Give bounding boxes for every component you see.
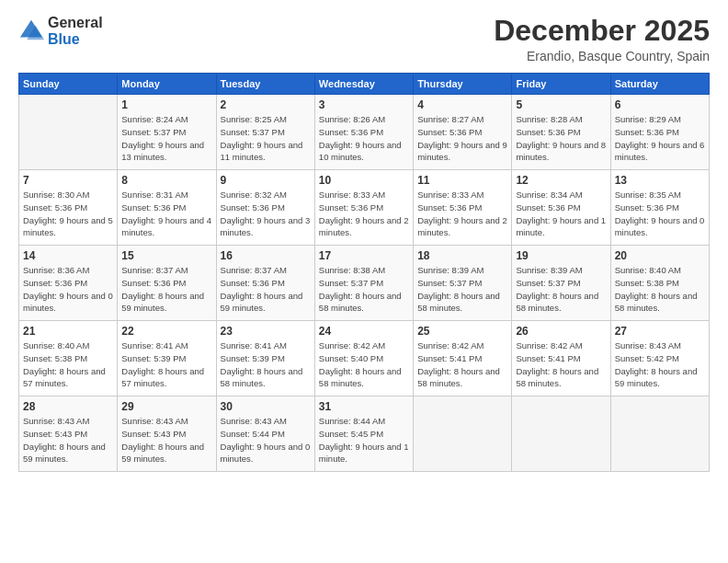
logo: General Blue xyxy=(18,15,103,47)
day-number: 10 xyxy=(319,174,409,187)
day-number: 7 xyxy=(23,174,113,187)
calendar-cell: 6Sunrise: 8:29 AMSunset: 5:36 PMDaylight… xyxy=(610,95,709,170)
calendar-cell: 27Sunrise: 8:43 AMSunset: 5:42 PMDayligh… xyxy=(610,321,709,396)
day-number: 29 xyxy=(121,400,211,413)
calendar-cell xyxy=(610,396,709,472)
day-info: Sunrise: 8:39 AMSunset: 5:37 PMDaylight:… xyxy=(417,264,507,315)
calendar-cell: 14Sunrise: 8:36 AMSunset: 5:36 PMDayligh… xyxy=(19,246,118,321)
day-info: Sunrise: 8:36 AMSunset: 5:36 PMDaylight:… xyxy=(23,264,113,315)
day-info: Sunrise: 8:43 AMSunset: 5:44 PMDaylight:… xyxy=(221,415,311,465)
day-number: 16 xyxy=(221,249,311,262)
logo-text: General Blue xyxy=(48,15,103,47)
day-number: 23 xyxy=(221,325,311,338)
day-info: Sunrise: 8:27 AMSunset: 5:36 PMDaylight:… xyxy=(417,113,507,164)
day-number: 12 xyxy=(516,174,606,187)
calendar-cell xyxy=(414,396,512,472)
weekday-header: Saturday xyxy=(610,74,709,95)
calendar-cell xyxy=(512,396,610,472)
day-info: Sunrise: 8:32 AMSunset: 5:36 PMDaylight:… xyxy=(221,189,311,239)
day-info: Sunrise: 8:37 AMSunset: 5:36 PMDaylight:… xyxy=(121,264,211,315)
day-number: 17 xyxy=(319,249,409,262)
logo-icon xyxy=(18,18,44,44)
day-number: 28 xyxy=(23,400,113,413)
calendar-cell: 21Sunrise: 8:40 AMSunset: 5:38 PMDayligh… xyxy=(19,321,118,396)
day-info: Sunrise: 8:40 AMSunset: 5:38 PMDaylight:… xyxy=(23,339,113,390)
day-number: 6 xyxy=(615,98,705,111)
calendar-header: SundayMondayTuesdayWednesdayThursdayFrid… xyxy=(19,74,710,95)
day-info: Sunrise: 8:41 AMSunset: 5:39 PMDaylight:… xyxy=(121,339,211,390)
day-info: Sunrise: 8:24 AMSunset: 5:37 PMDaylight:… xyxy=(121,113,211,164)
day-info: Sunrise: 8:43 AMSunset: 5:43 PMDaylight:… xyxy=(23,415,113,465)
month-title: December 2025 xyxy=(494,15,710,47)
calendar-cell: 31Sunrise: 8:44 AMSunset: 5:45 PMDayligh… xyxy=(314,396,413,472)
day-number: 30 xyxy=(221,400,311,413)
calendar-cell: 11Sunrise: 8:33 AMSunset: 5:36 PMDayligh… xyxy=(414,170,512,246)
day-info: Sunrise: 8:26 AMSunset: 5:36 PMDaylight:… xyxy=(319,113,409,164)
day-info: Sunrise: 8:35 AMSunset: 5:36 PMDaylight:… xyxy=(615,189,705,239)
day-info: Sunrise: 8:28 AMSunset: 5:36 PMDaylight:… xyxy=(516,113,606,164)
calendar-cell: 29Sunrise: 8:43 AMSunset: 5:43 PMDayligh… xyxy=(118,396,216,472)
day-info: Sunrise: 8:25 AMSunset: 5:37 PMDaylight:… xyxy=(221,113,311,164)
day-info: Sunrise: 8:40 AMSunset: 5:38 PMDaylight:… xyxy=(615,264,705,315)
day-number: 19 xyxy=(516,249,606,262)
title-block: December 2025 Erandio, Basque Country, S… xyxy=(494,15,710,63)
day-number: 31 xyxy=(319,400,409,413)
day-number: 4 xyxy=(417,98,507,111)
day-number: 27 xyxy=(615,325,705,338)
day-info: Sunrise: 8:38 AMSunset: 5:37 PMDaylight:… xyxy=(319,264,409,315)
day-info: Sunrise: 8:41 AMSunset: 5:39 PMDaylight:… xyxy=(221,339,311,390)
calendar-cell: 10Sunrise: 8:33 AMSunset: 5:36 PMDayligh… xyxy=(314,170,413,246)
day-info: Sunrise: 8:43 AMSunset: 5:42 PMDaylight:… xyxy=(615,339,705,390)
day-number: 9 xyxy=(221,174,311,187)
day-number: 25 xyxy=(417,325,507,338)
logo-general: General xyxy=(48,15,103,31)
day-number: 15 xyxy=(121,249,211,262)
weekday-header: Monday xyxy=(118,74,216,95)
calendar-cell: 28Sunrise: 8:43 AMSunset: 5:43 PMDayligh… xyxy=(19,396,118,472)
day-info: Sunrise: 8:33 AMSunset: 5:36 PMDaylight:… xyxy=(319,189,409,239)
day-number: 22 xyxy=(121,325,211,338)
day-number: 3 xyxy=(319,98,409,111)
day-number: 11 xyxy=(417,174,507,187)
day-number: 21 xyxy=(23,325,113,338)
day-number: 2 xyxy=(221,98,311,111)
calendar-cell: 18Sunrise: 8:39 AMSunset: 5:37 PMDayligh… xyxy=(414,246,512,321)
calendar-cell: 8Sunrise: 8:31 AMSunset: 5:36 PMDaylight… xyxy=(118,170,216,246)
weekday-header: Friday xyxy=(512,74,610,95)
calendar-cell: 15Sunrise: 8:37 AMSunset: 5:36 PMDayligh… xyxy=(118,246,216,321)
calendar-cell: 20Sunrise: 8:40 AMSunset: 5:38 PMDayligh… xyxy=(610,246,709,321)
calendar-cell: 12Sunrise: 8:34 AMSunset: 5:36 PMDayligh… xyxy=(512,170,610,246)
day-number: 26 xyxy=(516,325,606,338)
calendar-cell: 3Sunrise: 8:26 AMSunset: 5:36 PMDaylight… xyxy=(314,95,413,170)
calendar-cell: 2Sunrise: 8:25 AMSunset: 5:37 PMDaylight… xyxy=(216,95,314,170)
page-header: General Blue December 2025 Erandio, Basq… xyxy=(18,15,710,63)
day-number: 5 xyxy=(516,98,606,111)
calendar-cell: 25Sunrise: 8:42 AMSunset: 5:41 PMDayligh… xyxy=(414,321,512,396)
weekday-header: Wednesday xyxy=(314,74,413,95)
day-info: Sunrise: 8:37 AMSunset: 5:36 PMDaylight:… xyxy=(221,264,311,315)
day-info: Sunrise: 8:42 AMSunset: 5:41 PMDaylight:… xyxy=(417,339,507,390)
calendar-cell: 1Sunrise: 8:24 AMSunset: 5:37 PMDaylight… xyxy=(118,95,216,170)
day-info: Sunrise: 8:34 AMSunset: 5:36 PMDaylight:… xyxy=(516,189,606,239)
day-info: Sunrise: 8:31 AMSunset: 5:36 PMDaylight:… xyxy=(121,189,211,239)
location: Erandio, Basque Country, Spain xyxy=(494,49,710,63)
calendar-cell: 22Sunrise: 8:41 AMSunset: 5:39 PMDayligh… xyxy=(118,321,216,396)
day-info: Sunrise: 8:43 AMSunset: 5:43 PMDaylight:… xyxy=(121,415,211,465)
calendar-cell: 7Sunrise: 8:30 AMSunset: 5:36 PMDaylight… xyxy=(19,170,118,246)
calendar-cell: 26Sunrise: 8:42 AMSunset: 5:41 PMDayligh… xyxy=(512,321,610,396)
day-number: 18 xyxy=(417,249,507,262)
calendar-cell xyxy=(19,95,118,170)
day-number: 13 xyxy=(615,174,705,187)
day-number: 14 xyxy=(23,249,113,262)
calendar-cell: 9Sunrise: 8:32 AMSunset: 5:36 PMDaylight… xyxy=(216,170,314,246)
day-info: Sunrise: 8:42 AMSunset: 5:41 PMDaylight:… xyxy=(516,339,606,390)
day-info: Sunrise: 8:30 AMSunset: 5:36 PMDaylight:… xyxy=(23,189,113,239)
calendar-cell: 30Sunrise: 8:43 AMSunset: 5:44 PMDayligh… xyxy=(216,396,314,472)
day-info: Sunrise: 8:44 AMSunset: 5:45 PMDaylight:… xyxy=(319,415,409,465)
weekday-header: Tuesday xyxy=(216,74,314,95)
calendar-cell: 23Sunrise: 8:41 AMSunset: 5:39 PMDayligh… xyxy=(216,321,314,396)
calendar-cell: 17Sunrise: 8:38 AMSunset: 5:37 PMDayligh… xyxy=(314,246,413,321)
weekday-header: Sunday xyxy=(19,74,118,95)
day-info: Sunrise: 8:33 AMSunset: 5:36 PMDaylight:… xyxy=(417,189,507,239)
weekday-header: Thursday xyxy=(414,74,512,95)
